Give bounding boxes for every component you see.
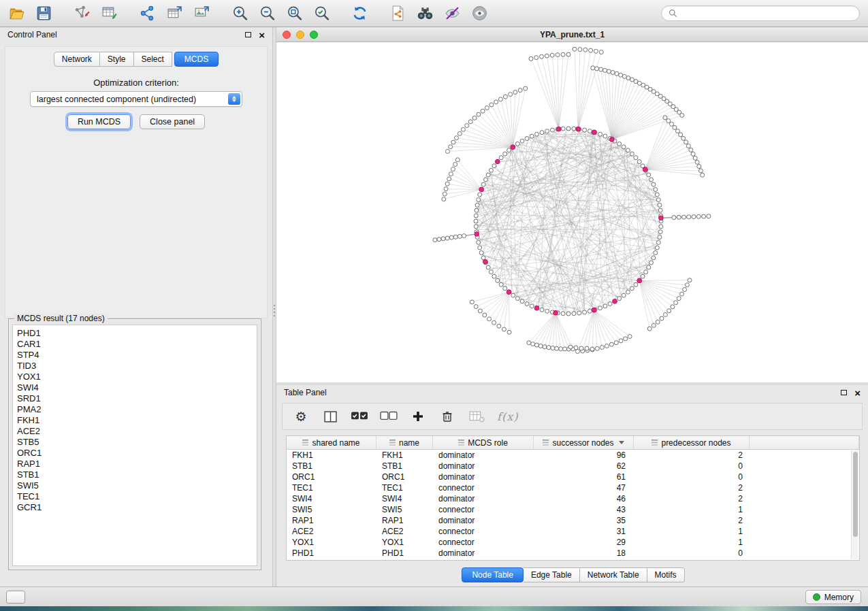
tab-network[interactable]: Network [54, 52, 100, 67]
table-row[interactable]: ACE2ACE2connector311 [287, 526, 859, 537]
open-session-button[interactable] [5, 3, 27, 24]
show-column-button[interactable] [321, 408, 339, 425]
delete-column-button[interactable] [438, 408, 456, 425]
eye-slash-icon [444, 5, 461, 22]
cell-filler [750, 504, 859, 515]
optimization-criterion-select[interactable]: largest connected component (undirected) [30, 91, 242, 107]
mcds-result-item[interactable]: TID3 [17, 361, 253, 371]
float-table-panel-icon[interactable] [841, 390, 847, 395]
tab-mcds[interactable]: MCDS [174, 52, 219, 67]
mcds-result-item[interactable]: CAR1 [17, 339, 253, 350]
close-panel-button[interactable]: Close panel [140, 114, 205, 129]
table-row[interactable]: ORC1ORC1dominator610 [287, 472, 859, 482]
search-input[interactable] [681, 9, 852, 18]
column-label: shared name [312, 438, 359, 448]
table-row[interactable]: FKH1FKH1dominator962 [287, 450, 859, 461]
cell: PHD1 [376, 548, 433, 559]
zoom-selected-button[interactable] [310, 3, 332, 24]
maximize-window-icon[interactable] [310, 31, 318, 39]
table-row[interactable]: YOX1YOX1connector291 [287, 537, 859, 548]
export-network-button[interactable] [136, 3, 158, 24]
search-network-button[interactable] [414, 3, 436, 24]
table-row[interactable]: STB1STB1dominator620 [287, 461, 859, 472]
refresh-button[interactable] [349, 3, 370, 24]
mcds-result-item[interactable]: SWI5 [17, 480, 253, 491]
tab-select[interactable]: Select [134, 52, 172, 67]
tab-edge-table[interactable]: Edge Table [524, 567, 580, 582]
scrollbar-thumb[interactable] [853, 452, 858, 537]
export-image-icon [193, 5, 210, 22]
zoom-in-button[interactable] [229, 3, 251, 24]
column-header-predecessor-nodes[interactable]: predecessor nodes [634, 436, 750, 449]
table-row[interactable]: TEC1TEC1connector472 [287, 482, 859, 493]
deselect-all-icon [380, 409, 398, 424]
tab-motifs[interactable]: Motifs [647, 567, 685, 582]
share-document-button[interactable] [387, 3, 408, 24]
mcds-result-item[interactable]: PHD1 [17, 328, 253, 339]
save-session-button[interactable] [33, 3, 54, 24]
add-column-button[interactable] [409, 408, 427, 425]
export-table-button[interactable] [163, 3, 185, 24]
node-table-header: shared namenameMCDS rolesuccessor nodesp… [287, 436, 859, 450]
column-header-mcds-role[interactable]: MCDS role [433, 436, 534, 449]
network-titlebar[interactable]: YPA_prune.txt_1 [276, 27, 868, 42]
minimize-window-icon[interactable] [296, 31, 304, 39]
show-all-button[interactable] [468, 3, 490, 24]
export-group [136, 3, 212, 24]
memory-button[interactable]: Memory [805, 590, 861, 604]
split-column-icon [323, 410, 338, 424]
file-group [5, 3, 54, 24]
tab-node-table[interactable]: Node Table [462, 567, 524, 582]
cell: 2 [634, 450, 750, 461]
export-image-button[interactable] [191, 3, 212, 24]
mcds-result-item[interactable]: SWI4 [17, 382, 253, 393]
zoom-fit-button[interactable] [283, 3, 305, 24]
mcds-result-item[interactable]: FKH1 [17, 415, 253, 426]
mcds-result-item[interactable]: GCR1 [17, 502, 253, 513]
mcds-result-item[interactable]: TEC1 [17, 491, 253, 502]
table-panel-title: Table Panel [284, 388, 327, 397]
tab-network-table[interactable]: Network Table [580, 567, 647, 582]
cell: 96 [534, 450, 634, 461]
column-header-shared-name[interactable]: shared name [287, 436, 376, 449]
table-scrollbar[interactable] [851, 450, 858, 559]
close-table-panel-icon[interactable]: × [854, 388, 861, 398]
close-panel-icon[interactable]: × [259, 30, 265, 40]
mcds-result-item[interactable]: PMA2 [17, 404, 253, 415]
table-row[interactable]: SWI4SWI4dominator462 [287, 493, 859, 504]
column-header-successor-nodes[interactable]: successor nodes [534, 436, 634, 449]
mcds-result-item[interactable]: SRD1 [17, 393, 253, 404]
cell: TEC1 [376, 482, 433, 493]
mcds-result-item[interactable]: STB5 [17, 437, 253, 448]
hide-selected-button[interactable] [441, 3, 463, 24]
table-settings-button[interactable]: ⚙ [292, 408, 310, 425]
search-field[interactable] [661, 5, 860, 21]
zoom-out-button[interactable] [256, 3, 278, 24]
network-title: YPA_prune.txt_1 [540, 30, 605, 39]
status-menu-button[interactable] [6, 591, 25, 604]
mcds-result-item[interactable]: ACE2 [17, 426, 253, 437]
network-graph [276, 42, 868, 382]
import-table-button[interactable] [98, 3, 120, 24]
network-canvas[interactable] [276, 42, 868, 382]
table-row[interactable]: PHD1PHD1dominator180 [287, 548, 859, 559]
float-panel-icon[interactable] [245, 32, 251, 37]
mcds-result-item[interactable]: RAP1 [17, 459, 253, 469]
run-mcds-button[interactable]: Run MCDS [67, 114, 131, 129]
tab-style[interactable]: Style [100, 52, 134, 67]
mcds-result-list[interactable]: PHD1CAR1STP4TID3YOX1SWI4SRD1PMA2FKH1ACE2… [12, 325, 257, 566]
mcds-result-item[interactable]: STP4 [17, 350, 253, 361]
gear-icon: ⚙ [295, 410, 306, 423]
cell: SWI5 [287, 504, 376, 515]
cell: connector [433, 537, 534, 548]
mcds-result-item[interactable]: YOX1 [17, 371, 253, 382]
mcds-result-item[interactable]: STB1 [17, 469, 253, 480]
column-header-name[interactable]: name [376, 436, 433, 449]
mcds-result-item[interactable]: ORC1 [17, 448, 253, 459]
close-window-icon[interactable] [283, 31, 291, 39]
deselect-all-button[interactable] [380, 408, 398, 425]
table-row[interactable]: RAP1RAP1dominator352 [287, 515, 859, 526]
table-row[interactable]: SWI5SWI5connector431 [287, 504, 859, 515]
select-all-button[interactable] [351, 408, 368, 425]
import-network-button[interactable] [71, 3, 93, 24]
